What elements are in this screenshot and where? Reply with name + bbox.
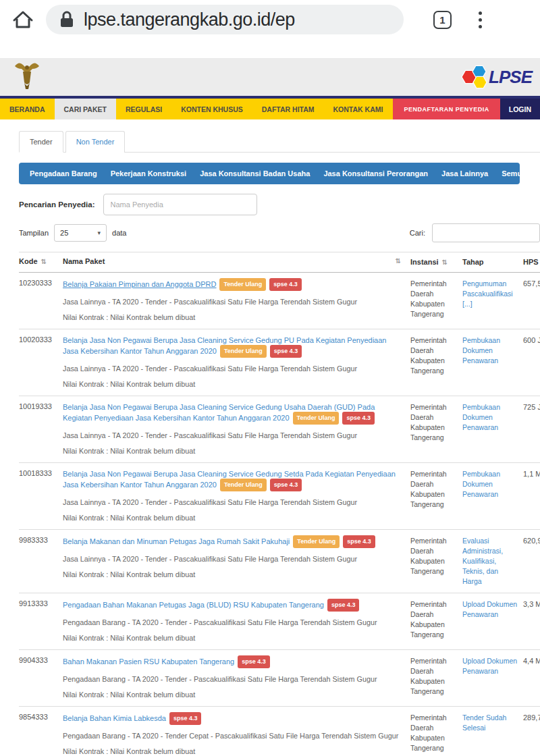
nav-item-beranda[interactable]: BERANDA <box>0 99 55 119</box>
tahap-link[interactable]: Pembukaan Dokumen Penawaran <box>462 335 518 366</box>
register-button[interactable]: PENDAFTARAN PENYEDIA <box>393 99 500 119</box>
tab-non-tender[interactable]: Non Tender <box>65 131 126 153</box>
table-row: 9904333 Bahan Makanan Pasien RSU Kabupat… <box>19 650 540 707</box>
spse-version-badge: spse 4.3 <box>342 412 375 425</box>
paket-link[interactable]: Pengadaan Bahan Makanan Petugas Jaga (BL… <box>63 601 324 609</box>
table-row: 10230333 Belanja Pakaian Pimpinan dan An… <box>19 273 540 329</box>
filter-jasa-konsultansi-badan-usaha[interactable]: Jasa Konsultansi Badan Usaha <box>193 165 317 182</box>
row-desc: Jasa Lainnya - TA 2020 - Tender - Pascak… <box>63 554 401 564</box>
register-label: PENDAFTARAN PENYEDIA <box>404 106 489 113</box>
lpse-logo: LPSE <box>460 64 532 90</box>
table-controls: Tampilan 25 ▾ data Cari: <box>19 223 540 242</box>
row-hps: 3,3 M <box>523 599 540 643</box>
table-search-input[interactable] <box>432 223 540 242</box>
row-hps: 4,4 M <box>523 656 540 700</box>
tab-tender[interactable]: Tender <box>19 131 63 153</box>
row-kode: 10019333 <box>19 402 63 456</box>
row-instansi: Pemerintah Daerah Kabupaten Tangerang <box>410 656 462 700</box>
nav-item-regulasi[interactable]: REGULASI <box>116 99 171 119</box>
tahap-link[interactable]: Upload Dokumen Penawaran <box>462 599 518 620</box>
table-row: 9983333 Belanja Makanan dan Minuman Petu… <box>19 530 540 593</box>
row-nilai: Nilai Kontrak : Nilai Kontrak belum dibu… <box>63 446 401 456</box>
sort-icon[interactable]: ⇅ <box>442 259 448 266</box>
row-hps: 620,9 Jt <box>523 536 540 587</box>
row-nilai: Nilai Kontrak : Nilai Kontrak belum dibu… <box>63 313 401 323</box>
filter-pekerjaan-konstruksi[interactable]: Pekerjaan Konstruksi <box>104 165 194 182</box>
paket-link[interactable]: Bahan Makanan Pasien RSU Kabupaten Tange… <box>63 657 234 666</box>
row-badges: Tender Ulangspse 4.3 <box>290 414 375 422</box>
table-row: 9913333 Pengadaan Bahan Makanan Petugas … <box>19 593 540 650</box>
tahap-link[interactable]: Tender Sudah Selesai <box>462 713 518 733</box>
cari-label: Cari: <box>410 229 425 237</box>
filter-pengadaan-barang[interactable]: Pengadaan Barang <box>23 165 104 182</box>
tahap-link[interactable]: Pembukaan Dokumen Penawaran <box>462 469 518 500</box>
row-instansi: Pemerintah Daerah Kabupaten Tangerang <box>410 469 462 523</box>
row-instansi: Pemerintah Daerah Kabupaten Tangerang <box>410 536 462 587</box>
header-hps: HPS⇅ <box>523 257 540 267</box>
provider-search-input[interactable] <box>103 194 257 215</box>
home-icon[interactable] <box>9 6 36 33</box>
row-instansi: Pemerintah Daerah Kabupaten Tangerang <box>410 402 462 456</box>
spse-version-badge: spse 4.3 <box>327 599 360 612</box>
filter-jasa-konsultansi-perorangan[interactable]: Jasa Konsultansi Perorangan <box>317 165 435 182</box>
nav-label: CARI PAKET <box>64 105 107 113</box>
page: lpse.tangerangkab.go.id/ep 1 LPSE BERAND… <box>0 0 540 756</box>
nav-item-daftar-hitam[interactable]: DAFTAR HITAM <box>252 99 324 119</box>
paket-link[interactable]: Belanja Bahan Kimia Labkesda <box>63 714 166 722</box>
row-badges: spse 4.3 <box>234 657 270 666</box>
row-kode: 10230333 <box>19 279 63 323</box>
sort-icon[interactable]: ⇅ <box>396 257 401 267</box>
filter-jasa-lainnya[interactable]: Jasa Lainnya <box>435 165 495 182</box>
row-kode: 10020333 <box>19 335 63 389</box>
page-size-value: 25 <box>60 229 68 237</box>
nav-item-kontak-kami[interactable]: KONTAK KAMI <box>324 99 393 119</box>
row-nilai: Nilai Kontrak : Nilai Kontrak belum dibu… <box>63 513 401 523</box>
spse-version-badge: spse 4.3 <box>269 278 302 291</box>
browser-menu-icon[interactable] <box>479 11 482 28</box>
row-kode: 9913333 <box>19 599 63 643</box>
row-desc: Pengadaan Barang - TA 2020 - Tender Cepa… <box>63 731 401 741</box>
paket-link[interactable]: Belanja Makanan dan Minuman Petugas Jaga… <box>63 537 290 545</box>
tahap-link[interactable]: Upload Dokumen Penawaran <box>462 656 518 676</box>
garuda-emblem-icon <box>12 59 42 94</box>
spse-version-badge: spse 4.3 <box>343 535 375 548</box>
row-hps: 1,1 M <box>523 469 540 523</box>
chevron-down-icon: ▾ <box>98 230 101 236</box>
tahap-link[interactable]: Pengumuman Pascakualifikasi [...] <box>462 279 518 309</box>
filter-semua[interactable]: Semua <box>495 165 533 182</box>
row-nilai: Nilai Kontrak : Nilai Kontrak belum dibu… <box>63 690 401 700</box>
spse-version-badge: spse 4.3 <box>169 712 202 725</box>
row-instansi: Pemerintah Daerah Kabupaten Tangerang <box>410 713 462 756</box>
tender-ulang-badge: Tender Ulang <box>293 412 340 425</box>
tab-label: Tender <box>30 138 53 146</box>
tahap-link[interactable]: Evaluasi Administrasi, Kualifikasi, Tekn… <box>462 536 518 587</box>
site-header: LPSE <box>0 58 540 99</box>
row-desc: Jasa Lainnya - TA 2020 - Tender - Pascak… <box>63 497 401 508</box>
paket-link[interactable]: Belanja Pakaian Pimpinan dan Anggota DPR… <box>63 280 216 288</box>
row-instansi: Pemerintah Daerah Kabupaten Tangerang <box>410 599 462 643</box>
provider-search-label: Pencarian Penyedia: <box>19 200 95 209</box>
row-badges: Tender Ulangspse 4.3 <box>216 280 301 288</box>
row-nilai: Nilai Kontrak : Nilai Kontrak belum dibu… <box>63 570 401 580</box>
tab-count-button[interactable]: 1 <box>433 11 452 29</box>
url-bar[interactable]: lpse.tangerangkab.go.id/ep <box>46 5 404 34</box>
tampilan-label: Tampilan <box>19 229 49 237</box>
spse-version-badge: spse 4.3 <box>238 655 270 668</box>
login-button[interactable]: LOGIN <box>500 99 540 119</box>
row-badges: spse 4.3 <box>324 601 360 609</box>
row-badges: Tender Ulangspse 4.3 <box>217 347 302 355</box>
nav-label: KONTEN KHUSUS <box>181 105 243 113</box>
tender-ulang-badge: Tender Ulang <box>220 345 267 358</box>
page-size-select[interactable]: 25 ▾ <box>54 224 107 242</box>
tahap-link[interactable]: Pembukaan Dokumen Penawaran <box>462 402 518 433</box>
lpse-logo-text: LPSE <box>489 67 532 88</box>
row-desc: Pengadaan Barang - TA 2020 - Tender - Pa… <box>63 674 401 684</box>
nav-item-cari-paket[interactable]: CARI PAKET <box>55 99 116 119</box>
table-row: 10018333 Belanja Jasa Non Pegawai Berupa… <box>19 463 540 530</box>
sort-icon[interactable]: ⇅ <box>41 258 47 265</box>
nav-label: DAFTAR HITAM <box>262 105 315 113</box>
tender-table: Kode⇅ Nama Paket ⇅ Instansi⇅ Tahap HPS⇅ … <box>19 252 540 756</box>
row-badges: Tender Ulangspse 4.3 <box>290 537 375 545</box>
nav-item-konten-khusus[interactable]: KONTEN KHUSUS <box>171 99 252 119</box>
table-row: 9854333 Belanja Bahan Kimia Labkesdaspse… <box>19 707 540 756</box>
